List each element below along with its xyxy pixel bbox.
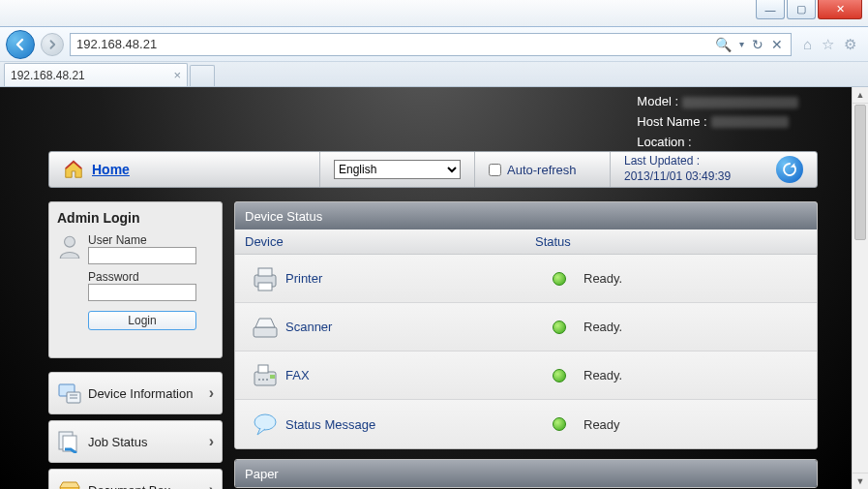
- svg-rect-12: [258, 365, 268, 373]
- address-bar: 🔍 ▾ ↻ ✕: [70, 33, 792, 56]
- table-row: Printer Ready.: [235, 255, 817, 303]
- table-row: FAX Ready.: [235, 351, 817, 400]
- vertical-scrollbar[interactable]: ▲ ▼: [852, 87, 868, 489]
- forward-button[interactable]: [41, 33, 64, 56]
- device-header-info: Model : Host Name : Location :: [637, 92, 798, 152]
- status-indicator-green: [553, 321, 566, 334]
- tab-title: 192.168.48.21: [11, 69, 85, 82]
- model-value-redacted: [682, 97, 798, 108]
- username-input[interactable]: [88, 247, 196, 264]
- table-row: Scanner Ready.: [235, 303, 817, 351]
- sidebar-item-job-status[interactable]: Job Status ›: [48, 420, 223, 463]
- paper-heading: Paper: [235, 460, 817, 487]
- svg-point-15: [262, 379, 264, 381]
- col-device-header: Device: [245, 234, 535, 249]
- language-select[interactable]: English: [334, 160, 461, 179]
- device-status-table-header: Device Status: [235, 229, 817, 255]
- status-indicator-green: [553, 272, 566, 286]
- scroll-thumb[interactable]: [854, 105, 866, 240]
- back-button[interactable]: [6, 30, 35, 59]
- col-status-header: Status: [535, 234, 571, 249]
- printer-icon: [251, 265, 280, 292]
- svg-rect-10: [254, 327, 277, 337]
- window-maximize-button[interactable]: ▢: [787, 0, 816, 19]
- hostname-label: Host Name :: [637, 114, 706, 129]
- page-topbar: Home English Auto-refresh Last Updated :…: [48, 151, 818, 188]
- paper-panel: Paper: [234, 459, 818, 488]
- address-input[interactable]: [71, 34, 707, 55]
- sidebar-item-device-information[interactable]: Device Information ›: [48, 372, 223, 414]
- status-indicator-green: [553, 369, 566, 382]
- window-titlebar: — ▢ ✕: [0, 0, 868, 27]
- dropdown-icon[interactable]: ▾: [739, 39, 744, 49]
- svg-point-16: [266, 379, 268, 381]
- svg-point-14: [258, 379, 260, 381]
- device-name: Status Message: [285, 417, 535, 432]
- device-status-text: Ready.: [584, 271, 622, 286]
- scroll-down-button[interactable]: ▼: [853, 473, 868, 489]
- tools-gear-icon[interactable]: ⚙: [844, 36, 856, 53]
- svg-rect-8: [258, 268, 272, 276]
- sidebar-item-label: Document Box: [88, 483, 170, 490]
- home-icon: [63, 159, 84, 180]
- svg-rect-13: [270, 375, 275, 379]
- admin-login-box: Admin Login User Name Password Login: [48, 201, 223, 358]
- document-box-icon: [57, 478, 82, 489]
- left-panel: Admin Login User Name Password Login: [48, 201, 223, 489]
- new-tab-button[interactable]: [190, 65, 215, 86]
- tab-close-icon[interactable]: ×: [173, 68, 181, 82]
- device-status-text: Ready: [584, 417, 620, 432]
- arrow-left-icon: [13, 37, 28, 52]
- device-status-text: Ready.: [584, 368, 622, 382]
- sidebar-item-document-box[interactable]: Document Box ›: [48, 469, 223, 489]
- device-info-icon: [57, 382, 82, 405]
- status-message-icon: [251, 411, 280, 438]
- search-icon[interactable]: 🔍: [715, 37, 732, 52]
- svg-point-17: [254, 414, 276, 430]
- refresh-icon: [781, 161, 798, 178]
- page-refresh-button[interactable]: [776, 156, 803, 183]
- login-button[interactable]: Login: [88, 311, 196, 330]
- svg-rect-9: [258, 283, 272, 290]
- arrow-right-icon: [46, 39, 58, 50]
- sidebar-item-label: Device Information: [88, 386, 193, 401]
- window-close-button[interactable]: ✕: [818, 0, 862, 19]
- device-name: FAX: [285, 368, 535, 382]
- browser-nav-bar: 🔍 ▾ ↻ ✕ ⌂ ☆ ⚙: [0, 27, 868, 62]
- scanner-icon: [251, 314, 280, 341]
- device-status-heading: Device Status: [235, 202, 817, 229]
- user-icon: [57, 233, 82, 259]
- auto-refresh-checkbox[interactable]: [489, 164, 501, 176]
- chevron-right-icon: ›: [209, 481, 214, 489]
- last-updated-value: 2013/11/01 03:49:39: [624, 169, 731, 185]
- home-link[interactable]: Home: [92, 162, 130, 177]
- chevron-right-icon: ›: [209, 384, 214, 402]
- scroll-up-button[interactable]: ▲: [853, 87, 868, 104]
- device-status-panel: Device Status Device Status: [234, 201, 818, 449]
- svg-point-0: [65, 236, 75, 247]
- hostname-value-redacted: [711, 116, 789, 128]
- last-updated-label: Last Updated :: [624, 154, 731, 169]
- admin-login-title: Admin Login: [57, 210, 214, 226]
- browser-tab[interactable]: 192.168.48.21 ×: [4, 63, 188, 86]
- fax-icon: [251, 362, 280, 389]
- browser-stop-button[interactable]: ✕: [771, 37, 783, 52]
- chevron-right-icon: ›: [209, 433, 214, 450]
- tab-strip: 192.168.48.21 ×: [0, 62, 868, 87]
- address-controls: 🔍 ▾ ↻ ✕: [707, 37, 791, 52]
- device-status-text: Ready.: [584, 320, 622, 334]
- model-label: Model :: [637, 94, 678, 108]
- password-label: Password: [88, 270, 214, 284]
- browser-refresh-button[interactable]: ↻: [752, 37, 763, 52]
- main-panel: Device Status Device Status: [234, 201, 818, 489]
- job-status-icon: [57, 430, 82, 453]
- username-label: User Name: [88, 233, 214, 247]
- device-name: Scanner: [285, 320, 535, 334]
- auto-refresh-label: Auto-refresh: [507, 163, 577, 177]
- browser-home-icon[interactable]: ⌂: [803, 36, 812, 53]
- password-input[interactable]: [88, 284, 196, 301]
- favorites-icon[interactable]: ☆: [822, 36, 834, 53]
- window-minimize-button[interactable]: —: [756, 0, 785, 19]
- status-indicator-green: [553, 417, 566, 431]
- location-label: Location :: [637, 135, 691, 149]
